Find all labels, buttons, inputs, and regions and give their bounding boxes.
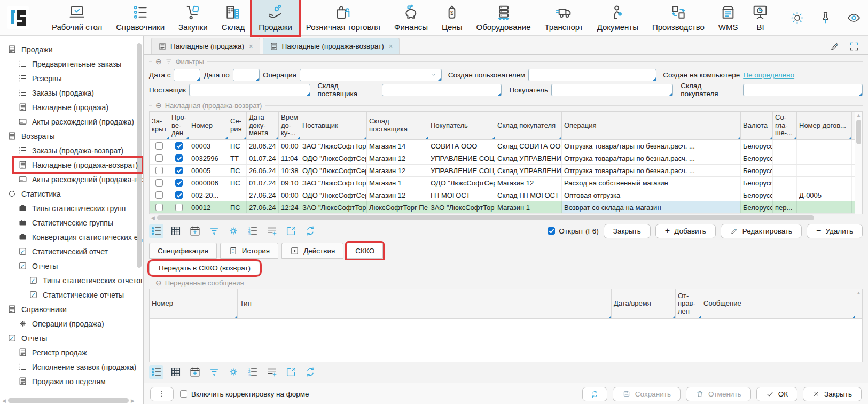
refresh-button[interactable]	[582, 387, 607, 401]
invoice-cell[interactable]: 11:04	[279, 152, 300, 164]
invoice-row[interactable]: 0000006ПС01.07.2409:10ЗАО "ЛюксСофтТорг"…	[150, 177, 862, 189]
posted-checkbox[interactable]	[175, 167, 183, 174]
column-header[interactable]: Покупатель	[428, 112, 495, 139]
view-icon[interactable]	[847, 11, 861, 25]
invoice-cell[interactable]	[228, 189, 247, 201]
invoice-cell[interactable]: ТТ	[228, 152, 247, 164]
invoice-row[interactable]: 00005ПС26.06.2410:38ОДО "ЛюксСофтСерв...…	[150, 165, 862, 177]
nav-item-production[interactable]: Производство	[645, 0, 711, 35]
invoice-cell[interactable]: 27.06.24	[247, 189, 279, 201]
posted-checkbox[interactable]	[175, 154, 183, 162]
invoice-cell[interactable]: 00:00	[279, 140, 300, 152]
buyer-input[interactable]	[551, 84, 673, 96]
toolbar-settings-icon[interactable]	[226, 224, 240, 238]
sidebar-item[interactable]: Регистр продаж	[14, 345, 91, 360]
sidebar-item[interactable]: Накладные (продажа)	[14, 100, 113, 114]
more-actions-button[interactable]	[150, 387, 174, 401]
detail-tab-0[interactable]: Спецификация	[149, 243, 217, 259]
invoice-cell[interactable]: УПРАВЛЕНИЕ СОЦ.ЗА...	[428, 165, 495, 176]
column-header[interactable]: Склад покупателя	[495, 112, 562, 139]
invoice-cell[interactable]: 00012	[189, 201, 228, 213]
invoice-cell[interactable]: 002-20...	[189, 189, 228, 201]
created-by-input[interactable]	[528, 69, 656, 81]
invoice-cell[interactable]: Склад СОВИТА ООО	[495, 140, 562, 152]
document-tab[interactable]: Накладные (продажа-возврат)×	[263, 38, 400, 54]
sidebar-item[interactable]: Акты расхождений (продажа-возв	[14, 172, 144, 187]
invoice-cell[interactable]: 00003	[189, 140, 228, 152]
sidebar-item[interactable]: Накладные (продажа-возврат)	[14, 158, 142, 172]
sidebar-item[interactable]: Статистический отчет	[14, 244, 112, 259]
tab-close-icon[interactable]: ×	[389, 42, 393, 50]
invoice-cell[interactable]	[797, 140, 852, 152]
collapse-invoice-icon[interactable]: ⊖	[155, 102, 162, 109]
invoice-cell[interactable]: Магазин 12	[367, 165, 428, 176]
invoice-cell[interactable]: 09:10	[279, 177, 300, 189]
nav-item-warehouse[interactable]: Склад	[215, 0, 252, 35]
invoice-cell[interactable]: пер...	[773, 201, 797, 213]
toolbar-add-row-icon[interactable]	[264, 224, 279, 238]
nav-item-prices[interactable]: $Цены	[435, 0, 470, 35]
invoice-cell[interactable]	[773, 189, 797, 201]
send-to-skko-button[interactable]: Передать в СККО (возврат)	[149, 261, 260, 275]
date-from-input[interactable]	[174, 69, 200, 81]
toolbar-grid-view-icon[interactable]	[168, 224, 183, 238]
invoice-cell[interactable]: 00:00	[279, 189, 300, 201]
invoice-cell[interactable]: Оптовая отгрузка	[562, 189, 741, 201]
invoice-cell[interactable]: 00005	[189, 165, 228, 176]
posted-checkbox-cell[interactable]	[169, 177, 189, 189]
cancel-button[interactable]: Отменить	[686, 387, 751, 401]
sidebar-item[interactable]: Возвраты	[3, 129, 59, 143]
invoice-cell[interactable]: Белорусс...	[741, 140, 773, 152]
sidebar-item[interactable]: Исполнение заявок (продажа)	[14, 360, 140, 374]
messages-column-header[interactable]: Номер	[150, 289, 238, 318]
sidebar-item[interactable]: Продажи по неделям	[14, 374, 110, 389]
column-header[interactable]: Валюта	[741, 112, 773, 139]
invoice-cell[interactable]: ОДО "ЛюксСофтСерв...	[300, 189, 367, 201]
toolbar-numbered-list-icon[interactable]: 123	[245, 365, 260, 379]
column-header[interactable]: Врем до- ку-...	[279, 112, 300, 139]
collapse-messages-icon[interactable]: ⊖	[155, 279, 162, 286]
invoice-cell[interactable]: ОДО "ЛюксСофтСерв...	[300, 152, 367, 164]
posted-checkbox[interactable]	[175, 204, 183, 211]
column-header[interactable]: Се- рия	[228, 112, 247, 139]
sidebar-item[interactable]: Заказы (продажа)	[14, 86, 98, 100]
toolbar-view-list-icon[interactable]	[149, 365, 163, 379]
invoice-cell[interactable]: Отгрузка товара/тары по безнал.расч. ...	[562, 140, 741, 152]
sidebar-item[interactable]: Резервы	[14, 71, 66, 86]
operation-select[interactable]	[300, 69, 442, 81]
column-header[interactable]: Операция	[562, 112, 741, 139]
closed-checkbox-cell[interactable]	[150, 189, 169, 201]
nav-item-desktop[interactable]: Рабочий стол	[45, 0, 109, 35]
closed-checkbox[interactable]	[155, 167, 163, 174]
invoice-cell[interactable]: Магазин 12	[495, 177, 562, 189]
toolbar-add-row-icon[interactable]	[264, 365, 279, 379]
toolbar-filter-icon[interactable]	[207, 224, 221, 238]
invoice-cell[interactable]: Белорусс...	[741, 165, 773, 176]
invoice-cell[interactable]: Расход на собственный магазин	[562, 177, 741, 189]
posted-checkbox-cell[interactable]	[169, 140, 189, 152]
closed-checkbox[interactable]	[155, 179, 163, 187]
nav-item-wms[interactable]: WMS	[711, 0, 745, 35]
save-button[interactable]: Сохранить	[613, 387, 681, 401]
toolbar-filter-icon[interactable]	[207, 365, 221, 379]
nav-item-finance[interactable]: Финансы	[387, 0, 435, 35]
sidebar-item[interactable]: Предварительные заказы	[14, 57, 126, 71]
toolbar-open-external-icon[interactable]	[284, 365, 298, 379]
invoice-cell[interactable]: ЗАО "ЛюксСофтТорг"	[300, 177, 367, 189]
invoice-cell[interactable]: ОДО "ЛюксСофтСерв...	[300, 165, 367, 176]
sidebar-item[interactable]: Заказы (продажа-возврат)	[14, 143, 128, 158]
sidebar-item[interactable]: Справочники	[3, 302, 71, 316]
invoice-cell[interactable]: ПС	[228, 177, 247, 189]
invoice-cell[interactable]: Отгрузка товара/тары по безнал.расч. ...	[562, 165, 741, 176]
toolbar-calendar-icon[interactable]	[187, 224, 202, 238]
sidebar-vertical-scrollbar[interactable]	[137, 43, 142, 385]
invoice-cell[interactable]: 01.07.24	[247, 152, 279, 164]
collapse-filters-icon[interactable]: ⊖	[155, 58, 162, 65]
invoice-row[interactable]: 00012ПС27.06.2412:24ЗАО "ЛюксСофтТорг"Лю…	[150, 201, 862, 214]
invoice-cell[interactable]	[773, 140, 797, 152]
sidebar-item[interactable]: Акты расхождений (продажа)	[14, 114, 138, 129]
invoice-cell[interactable]: ЗАО "ЛюксСофтТорг"	[300, 201, 367, 213]
invoice-cell[interactable]	[797, 152, 852, 164]
sidebar-item[interactable]: Статистические отчеты	[25, 288, 128, 302]
invoice-cell[interactable]: 10:38	[279, 165, 300, 176]
